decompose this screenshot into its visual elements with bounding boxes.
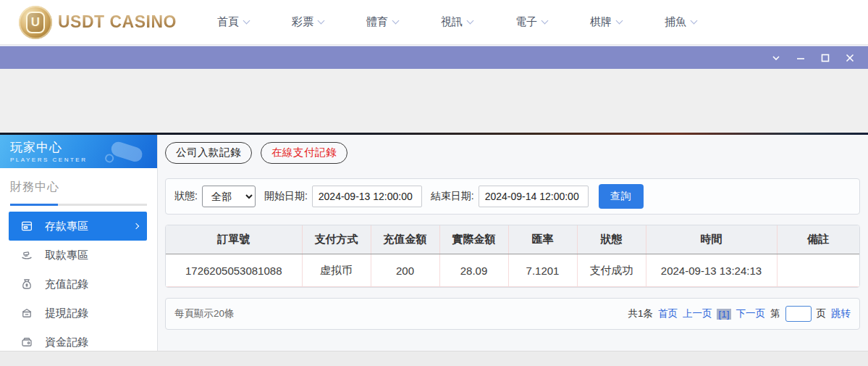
window-chevron-down-icon[interactable]: [764, 46, 788, 70]
gamepad-icon: [105, 136, 151, 168]
jump-button[interactable]: 跳转: [831, 307, 851, 320]
app-window: U USDT CASINO 首頁 彩票 體育 視訊 電子: [0, 0, 868, 366]
start-date-label: 開始日期:: [264, 190, 308, 203]
col-recharge-amount: 充值金額: [371, 225, 439, 254]
main-nav: 首頁 彩票 體育 視訊 電子 棋牌: [217, 15, 739, 29]
nav-item-slots[interactable]: 電子: [515, 15, 590, 29]
sidebar-item-recharge-record[interactable]: 充值記錄: [9, 270, 147, 299]
col-payment-method: 支付方式: [302, 225, 371, 254]
nav-label: 首頁: [217, 15, 239, 29]
chevron-down-icon: [691, 17, 698, 25]
logo-coin-icon: U: [19, 6, 52, 39]
chevron-down-icon: [542, 17, 549, 25]
finance-section: 財務中心: [0, 168, 157, 206]
page-jump-input[interactable]: [785, 306, 812, 322]
players-center-header: 玩家中心 PLAYERS CENTER: [0, 135, 157, 168]
table-header-row: 訂單號 支付方式 充值金額 實際金額 匯率 狀態 時間 備註: [166, 225, 859, 254]
main-panel: 玩家中心 PLAYERS CENTER 財務中心: [0, 135, 868, 351]
sidebar-item-withdraw[interactable]: 取款專區: [9, 241, 147, 270]
funds-record-icon: [20, 336, 33, 349]
search-button[interactable]: 查詢: [599, 184, 644, 209]
sidebar-item-label: 充值記錄: [45, 278, 88, 291]
chevron-down-icon: [243, 17, 250, 25]
chevron-down-icon: [318, 17, 325, 25]
nav-item-lottery[interactable]: 彩票: [292, 15, 366, 29]
cell-remark: [777, 254, 859, 287]
site-logo[interactable]: U USDT CASINO: [19, 6, 177, 39]
jump-suffix-text: 页: [817, 307, 827, 320]
next-page-link[interactable]: 下一页: [736, 307, 766, 320]
cell-exchange-rate: 7.1201: [508, 254, 577, 287]
col-time: 時間: [646, 225, 777, 254]
chevron-right-icon: [133, 223, 139, 229]
window-minimize-icon[interactable]: [788, 46, 813, 70]
background-band: [0, 69, 868, 133]
status-select[interactable]: 全部: [202, 186, 256, 207]
nav-label: 視訊: [441, 15, 463, 29]
cell-payment-method: 虚拟币: [302, 254, 371, 287]
section-underline: [10, 204, 147, 206]
tab-online-payment-record[interactable]: 在線支付記錄: [261, 142, 347, 164]
prev-page-link[interactable]: 上一页: [683, 307, 712, 320]
chevron-down-icon: [392, 17, 400, 25]
first-page-link[interactable]: 首页: [658, 307, 678, 320]
nav-label: 體育: [366, 15, 388, 29]
recharge-record-icon: [20, 278, 33, 291]
nav-label: 彩票: [292, 15, 313, 29]
cell-order-number: 1726205053081088: [166, 254, 302, 287]
nav-label: 棋牌: [590, 15, 612, 29]
records-table: 訂單號 支付方式 充值金額 實際金額 匯率 狀態 時間 備註 172620505: [166, 225, 859, 288]
col-remark: 備註: [777, 225, 859, 254]
nav-item-live[interactable]: 視訊: [441, 15, 515, 29]
sidebar-item-label: 資金記錄: [45, 336, 88, 349]
site-header: U USDT CASINO 首頁 彩票 體育 視訊 電子: [0, 0, 868, 45]
window-titlebar: [0, 46, 868, 69]
filter-bar: 狀態: 全部 開始日期: 結束日期: 查詢: [165, 178, 860, 215]
nav-item-home[interactable]: 首頁: [217, 15, 292, 29]
cell-time: 2024-09-13 13:24:13: [646, 254, 777, 287]
sidebar-item-label: 存款專區: [45, 220, 88, 233]
nav-label: 電子: [515, 15, 537, 29]
sidebar-menu: 存款專區 取款專區 充值記錄: [0, 212, 157, 357]
sidebar: 玩家中心 PLAYERS CENTER 財務中心: [0, 135, 158, 351]
sidebar-item-label: 取款專區: [45, 249, 88, 262]
logo-monogram: U: [26, 12, 45, 33]
sidebar-item-withdrawal-record[interactable]: 提現記錄: [9, 299, 147, 328]
total-count-text: 共1条: [628, 307, 653, 320]
finance-section-label: 財務中心: [10, 180, 147, 195]
records-table-container: 訂單號 支付方式 充值金額 實際金額 匯率 狀態 時間 備註 172620505: [165, 225, 860, 288]
nav-item-cards[interactable]: 棋牌: [590, 15, 665, 29]
jump-prefix-text: 第: [770, 307, 780, 320]
col-exchange-rate: 匯率: [508, 225, 577, 254]
content-area: 公司入款記錄 在線支付記錄 狀態: 全部 開始日期: 結束日期: 查詢: [158, 135, 868, 351]
tab-company-deposit-record[interactable]: 公司入款記錄: [165, 142, 252, 164]
pagination-controls: 共1条 首页 上一页 [1] 下一页 第 页 跳转: [628, 306, 851, 322]
record-tabs: 公司入款記錄 在線支付記錄: [165, 142, 860, 164]
current-page-indicator: [1]: [717, 309, 730, 320]
start-date-input[interactable]: [312, 186, 422, 207]
window-maximize-icon[interactable]: [813, 46, 838, 70]
col-actual-amount: 實際金額: [439, 225, 508, 254]
end-date-input[interactable]: [479, 186, 589, 207]
chevron-down-icon: [616, 17, 623, 25]
withdraw-icon: [20, 249, 33, 262]
table-row: 1726205053081088 虚拟币 200 28.09 7.1201 支付…: [166, 254, 859, 287]
col-status: 狀態: [577, 225, 646, 254]
nav-item-fishing[interactable]: 捕魚: [665, 15, 739, 29]
col-order-number: 訂單號: [166, 225, 302, 254]
pagination-bar: 每頁顯示20條 共1条 首页 上一页 [1] 下一页 第 页 跳转: [165, 298, 860, 330]
nav-label: 捕魚: [665, 15, 686, 29]
nav-item-sports[interactable]: 體育: [366, 15, 441, 29]
withdrawal-record-icon: [20, 307, 33, 320]
deposit-icon: [20, 220, 33, 233]
window-close-icon[interactable]: [838, 46, 862, 70]
cell-actual-amount: 28.09: [439, 254, 508, 287]
page-size-text: 每頁顯示20條: [174, 307, 235, 320]
chevron-down-icon: [467, 17, 474, 25]
sidebar-item-label: 提現記錄: [45, 307, 88, 320]
end-date-label: 結束日期:: [431, 190, 474, 203]
sidebar-item-deposit[interactable]: 存款專區: [9, 212, 147, 241]
status-label: 狀態:: [174, 190, 198, 203]
cell-status: 支付成功: [577, 254, 646, 287]
logo-wordmark: USDT CASINO: [58, 12, 177, 32]
